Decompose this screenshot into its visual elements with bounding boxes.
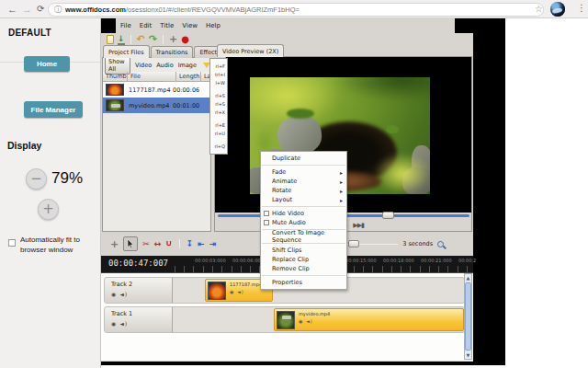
tab-project-files[interactable]: Project Files xyxy=(103,45,150,58)
session-title: DEFAULT xyxy=(8,28,51,38)
zoom-percentage: 79% xyxy=(51,169,83,188)
track-1-header[interactable]: Track 1 ◉ ◄) xyxy=(105,307,173,332)
menu-item-mute-audio[interactable]: Mute Audio xyxy=(261,218,346,227)
column-length[interactable]: Length xyxy=(176,72,201,82)
clip-visibility-icon[interactable]: ◉ xyxy=(230,289,234,294)
project-files-panel: Show All Video Audio Image Thumb File Le… xyxy=(102,57,211,232)
menu-item-remove-clip[interactable]: Remove Clip xyxy=(261,264,346,273)
mute-audio-checkbox[interactable] xyxy=(264,220,269,225)
clip-visibility-icon[interactable]: ◉ xyxy=(299,318,303,324)
browser-profile-globe-icon[interactable] xyxy=(550,2,565,17)
timeline-zoom-in-icon[interactable] xyxy=(437,241,444,247)
previous-marker-icon[interactable]: ⇤ xyxy=(198,239,205,248)
menu-item-animate[interactable]: Animate▸ xyxy=(261,177,346,186)
menu-view[interactable]: View xyxy=(182,22,198,29)
tab-transitions[interactable]: Transitions xyxy=(151,46,194,58)
add-files-icon[interactable]: + xyxy=(169,35,177,44)
track-audio-icon[interactable]: ◄) xyxy=(119,320,128,327)
resize-tool-icon[interactable]: ↔ xyxy=(154,239,162,248)
address-bar[interactable]: ⓘ www.offidocs.com/osessionx01/#/client/… xyxy=(48,3,544,17)
submenu-arrow-icon: ▸ xyxy=(340,197,343,203)
clip-thumbnail xyxy=(208,282,226,300)
undo-icon[interactable]: ↶ xyxy=(137,35,145,44)
next-marker-icon[interactable]: ⇥ xyxy=(209,239,217,248)
home-button[interactable]: Home xyxy=(24,56,70,72)
snapping-magnet-icon[interactable]: ∩ xyxy=(165,239,172,248)
timeline-vertical-scrollbar[interactable]: ▲ ▼ xyxy=(464,273,472,360)
menu-item-rotate[interactable]: Rotate▸ xyxy=(261,186,346,195)
zoom-in-button[interactable]: + xyxy=(38,199,59,220)
ruler-label: 00:00:03:000 xyxy=(195,258,226,263)
menu-item-properties[interactable]: Properties xyxy=(261,278,346,287)
filter-video[interactable]: Video xyxy=(135,62,152,69)
track-visibility-icon[interactable]: ◉ xyxy=(111,320,117,327)
menu-separator xyxy=(262,206,345,207)
zoom-out-button[interactable]: − xyxy=(26,168,47,190)
track-2-header[interactable]: Track 2 ◉ ◄) xyxy=(105,278,173,303)
column-file[interactable]: File xyxy=(128,72,176,82)
file-menu-dropdown-edge: rl+F trl+I l+W rl+S rl+S rl+X rl+E rl+U … xyxy=(209,58,228,155)
export-record-icon[interactable]: ● xyxy=(181,35,189,44)
timeline-zoom-handle[interactable] xyxy=(348,240,359,247)
add-marker-icon[interactable]: ↧ xyxy=(187,239,194,248)
column-thumb[interactable]: Thumb xyxy=(103,72,128,82)
shortcut-fragment: rl+E xyxy=(210,121,227,130)
menu-file[interactable]: File xyxy=(120,22,131,29)
menu-edit[interactable]: Edit xyxy=(140,22,153,29)
file-row-1177187[interactable]: 1177187.mp4 00:00:06 xyxy=(103,82,210,98)
filter-image[interactable]: Image xyxy=(178,62,197,69)
back-icon[interactable]: ← xyxy=(7,3,17,16)
bookmark-star-icon[interactable]: ☆ xyxy=(535,4,543,14)
menu-item-convert-to-image-sequence[interactable]: Convert To Image Sequence xyxy=(261,232,346,241)
menu-item-hide-video[interactable]: Hide Video xyxy=(261,209,346,218)
selection-tool-button[interactable] xyxy=(123,236,138,251)
forward-icon[interactable]: → xyxy=(22,3,32,16)
track-audio-icon[interactable]: ◄) xyxy=(119,291,128,297)
shortcut-fragment: rl+S xyxy=(210,100,227,109)
import-files-icon[interactable]: ↓ xyxy=(118,34,125,45)
file-length: 00:01:00 xyxy=(173,102,199,109)
file-thumbnail xyxy=(106,99,124,111)
reload-icon[interactable]: ⟳ xyxy=(37,3,44,16)
autofit-checkbox[interactable] xyxy=(8,239,16,247)
url-text: www.offidocs.com/osessionx01/#/client/RE… xyxy=(65,6,300,14)
menu-help[interactable]: Help xyxy=(206,22,220,29)
filter-audio[interactable]: Audio xyxy=(156,62,173,69)
clip-audio-icon[interactable]: ◄) xyxy=(306,318,313,324)
clip-myvideo[interactable]: myvideo.mp4 ◉ ◄) xyxy=(274,308,464,331)
browser-menu-icon[interactable]: ⋮ xyxy=(577,3,586,13)
file-thumbnail xyxy=(106,84,124,96)
menu-item-duplicate[interactable]: Duplicate xyxy=(261,154,346,163)
menu-item-fade[interactable]: Fade▸ xyxy=(261,167,346,177)
menu-item-shift-clips[interactable]: Shift Clips xyxy=(261,246,346,255)
display-label: Display xyxy=(7,140,41,151)
file-row-myvideo[interactable]: myvideo.mp4 00:01:00 xyxy=(103,98,210,113)
autofit-label: Automatically fit to browser window xyxy=(20,236,96,256)
redo-icon[interactable]: ↷ xyxy=(149,35,157,44)
cursor-arrow-icon xyxy=(127,239,134,248)
track-visibility-icon[interactable]: ◉ xyxy=(111,291,117,297)
file-manager-button[interactable]: File Manager xyxy=(24,101,83,118)
project-panel-tabs: Project Files Transitions Effects xyxy=(103,45,226,58)
preview-seek-handle[interactable] xyxy=(382,212,394,219)
hide-video-checkbox[interactable] xyxy=(264,211,269,216)
jump-end-icon[interactable]: ▶▶▮ xyxy=(353,222,364,229)
menu-item-replace-clip[interactable]: Replace Clip xyxy=(261,255,346,264)
file-name: myvideo.mp4 xyxy=(129,102,173,109)
new-project-icon[interactable] xyxy=(107,35,114,44)
menu-item-layout[interactable]: Layout▸ xyxy=(261,195,346,204)
clip-audio-icon[interactable]: ◄) xyxy=(237,289,244,294)
clip-label: myvideo.mp4 xyxy=(299,311,330,316)
toolbar-separator xyxy=(163,35,164,44)
scroll-down-icon[interactable]: ▼ xyxy=(465,351,471,359)
tab-video-preview[interactable]: Video Preview (2X) xyxy=(217,44,284,57)
scrollbar-thumb[interactable] xyxy=(465,282,471,351)
url-path: /osessionx01/#/client/REVGQVVMVABjAGRIZm… xyxy=(126,6,300,14)
menu-title[interactable]: Title xyxy=(160,22,174,29)
add-track-icon[interactable]: + xyxy=(110,238,119,250)
razor-tool-icon[interactable]: ✂ xyxy=(142,239,150,248)
ruler-label: 00:00:21:000 xyxy=(421,258,452,263)
scroll-up-icon[interactable]: ▲ xyxy=(465,274,471,282)
timeline-zoom-label: 3 seconds xyxy=(402,240,433,247)
page-info-icon[interactable]: ⓘ xyxy=(54,5,62,15)
